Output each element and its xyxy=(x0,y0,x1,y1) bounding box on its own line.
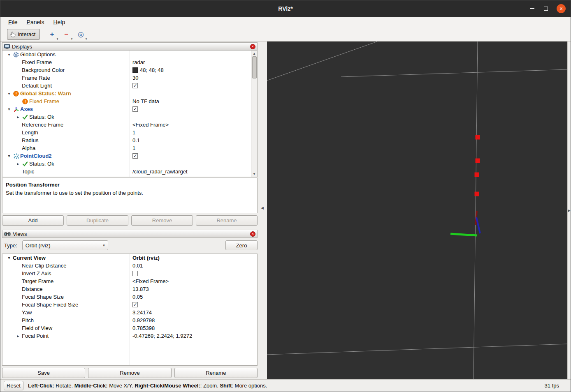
property-value-cell[interactable]: 1 xyxy=(130,145,257,151)
displays-row-fixed-frame[interactable]: Fixed FrameNo TF data xyxy=(2,97,257,105)
property-value-cell[interactable]: <Fixed Frame> xyxy=(130,122,257,128)
displays-row-axes[interactable]: ▾Axes✓ xyxy=(2,105,257,113)
add-tool-button[interactable]: +▾ xyxy=(46,29,57,40)
displays-row-frame-rate[interactable]: Frame Rate30 xyxy=(2,74,257,82)
displays-row-status-ok[interactable]: ▸Status: Ok xyxy=(2,113,257,121)
displays-scrollbar[interactable]: ▲ ▼ xyxy=(251,51,257,177)
displays-add-button[interactable]: Add xyxy=(2,215,64,226)
property-value-cell[interactable]: /cloud_radar_rawtarget xyxy=(130,168,257,175)
property-value-cell[interactable]: radar xyxy=(130,59,257,65)
displays-row-pointcloud2[interactable]: ▾PointCloud2✓ xyxy=(2,152,257,160)
focus-camera-tool-button[interactable]: ◎▾ xyxy=(75,29,86,40)
collapse-arrow-icon[interactable]: ▾ xyxy=(6,107,12,111)
minimize-button[interactable] xyxy=(529,5,535,12)
checkbox-checked[interactable]: ✓ xyxy=(132,83,138,88)
property-value-text: 0.1 xyxy=(132,137,140,143)
displays-row-reference-frame[interactable]: Reference Frame<Fixed Frame> xyxy=(2,121,257,129)
zero-button[interactable]: Zero xyxy=(225,240,258,250)
hand-icon xyxy=(10,31,16,37)
view-type-combobox[interactable]: Orbit (rviz) ▾ xyxy=(22,240,108,250)
scroll-up-icon[interactable]: ▲ xyxy=(251,51,258,56)
expand-arrow-icon[interactable]: ▸ xyxy=(15,161,21,166)
displays-row-length[interactable]: Length1 xyxy=(2,129,257,136)
collapse-arrow-icon[interactable]: ▾ xyxy=(6,91,12,96)
property-name-cell: ▸Focal Point xyxy=(2,333,130,339)
displays-row-global-options[interactable]: ▾Global Options xyxy=(2,51,257,58)
property-value-cell[interactable]: <Fixed Frame> xyxy=(130,278,257,284)
property-value-cell[interactable]: 30 xyxy=(130,75,257,81)
views-close-button[interactable]: × xyxy=(250,231,255,237)
scrollbar-thumb[interactable] xyxy=(252,56,257,78)
displays-row-background-color[interactable]: Background Color48; 48; 48 xyxy=(2,66,257,74)
splitter-collapse-left-icon[interactable]: ◀ xyxy=(261,206,264,210)
views-remove-button[interactable]: Remove xyxy=(88,368,171,378)
displays-row-topic[interactable]: Topic/cloud_radar_rawtarget xyxy=(2,168,257,175)
displays-row-radius[interactable]: Radius0.1 xyxy=(2,136,257,144)
right-splitter-strip[interactable]: ▶ xyxy=(567,42,571,379)
displays-row-fixed-frame[interactable]: Fixed Frameradar xyxy=(2,58,257,66)
displays-row-global-status-warn[interactable]: ▾Global Status: Warn xyxy=(2,90,257,97)
displays-row-default-light[interactable]: Default Light✓ xyxy=(2,82,257,90)
property-value-cell[interactable]: 0.05 xyxy=(130,294,257,300)
views-row-invert-z-axis[interactable]: Invert Z Axis xyxy=(2,270,257,277)
views-row-near-clip-distance[interactable]: Near Clip Distance0.01 xyxy=(2,262,257,270)
views-row-focal-shape-size[interactable]: Focal Shape Size0.05 xyxy=(2,293,257,301)
property-value-cell[interactable]: ✓ xyxy=(130,106,257,112)
collapse-arrow-icon[interactable]: ▾ xyxy=(6,154,12,158)
expand-arrow-icon[interactable]: ▸ xyxy=(15,115,21,119)
collapse-arrow-icon[interactable]: ▾ xyxy=(6,256,12,260)
scroll-down-icon[interactable]: ▼ xyxy=(251,171,258,177)
window-close-button[interactable]: × xyxy=(557,4,566,13)
views-row-focal-point[interactable]: ▸Focal Point-0.47269; 2.2424; 1.9272 xyxy=(2,332,257,340)
property-name-cell: ▾Global Status: Warn xyxy=(2,90,130,97)
3d-viewport[interactable] xyxy=(267,42,567,379)
checkbox-checked[interactable]: ✓ xyxy=(132,302,138,307)
property-value-cell[interactable]: -0.47269; 2.2424; 1.9272 xyxy=(130,333,257,339)
property-value-cell[interactable]: 0.01 xyxy=(130,263,257,269)
views-row-focal-shape-fixed-size[interactable]: Focal Shape Fixed Size✓ xyxy=(2,301,257,309)
views-row-pitch[interactable]: Pitch0.929798 xyxy=(2,316,257,324)
views-panel-header[interactable]: Views × xyxy=(2,230,258,238)
displays-row-status-ok[interactable]: ▸Status: Ok xyxy=(2,160,257,168)
pointcloud-point-marker xyxy=(476,159,480,163)
property-value-cell[interactable]: ✓ xyxy=(130,83,257,88)
views-row-field-of-view[interactable]: Field of View0.785398 xyxy=(2,324,257,332)
property-name-cell: ▸Status: Ok xyxy=(2,161,130,167)
views-row-distance[interactable]: Distance13.873 xyxy=(2,285,257,293)
property-value-cell[interactable]: No TF data xyxy=(130,98,257,104)
displays-panel-header[interactable]: Displays × xyxy=(2,42,258,51)
displays-row-alpha[interactable]: Alpha1 xyxy=(2,144,257,152)
views-row-target-frame[interactable]: Target Frame<Fixed Frame> xyxy=(2,277,257,285)
interact-tool-button[interactable]: Interact xyxy=(7,29,40,40)
expand-arrow-icon[interactable]: ▸ xyxy=(15,334,21,338)
collapse-arrow-icon[interactable]: ▾ xyxy=(6,52,12,57)
title-bar[interactable]: RViz* × xyxy=(0,0,571,17)
property-value-cell[interactable]: 48; 48; 48 xyxy=(130,67,257,73)
displays-close-button[interactable]: × xyxy=(250,44,255,49)
reset-button[interactable]: Reset xyxy=(4,381,23,390)
property-value-cell[interactable]: ✓ xyxy=(130,302,257,307)
menu-item-help[interactable]: Help xyxy=(49,18,70,27)
property-value-cell[interactable]: 0.1 xyxy=(130,137,257,143)
property-value-cell[interactable]: 1 xyxy=(130,129,257,136)
checkbox-checked[interactable]: ✓ xyxy=(132,153,138,159)
property-name-cell: Length xyxy=(2,129,130,136)
remove-tool-button[interactable]: −▾ xyxy=(61,29,72,40)
maximize-button[interactable] xyxy=(543,5,549,12)
checkbox-unchecked[interactable] xyxy=(132,271,138,276)
views-row-current-view[interactable]: ▾Current ViewOrbit (rviz) xyxy=(2,254,257,262)
menu-item-panels[interactable]: Panels xyxy=(22,18,49,27)
views-save-button[interactable]: Save xyxy=(2,368,85,378)
property-value-cell[interactable]: Orbit (rviz) xyxy=(130,255,257,261)
views-rename-button[interactable]: Rename xyxy=(174,368,258,378)
views-row-yaw[interactable]: Yaw3.24174 xyxy=(2,309,257,316)
property-value-cell[interactable]: 3.24174 xyxy=(130,309,257,316)
property-value-cell[interactable]: ✓ xyxy=(130,153,257,159)
checkbox-checked[interactable]: ✓ xyxy=(132,106,138,112)
property-value-cell[interactable]: 13.873 xyxy=(130,286,257,292)
property-name-cell: Yaw xyxy=(2,309,130,316)
menu-item-file[interactable]: File xyxy=(4,18,22,27)
property-value-cell[interactable]: 0.929798 xyxy=(130,317,257,323)
property-value-cell[interactable] xyxy=(130,271,257,276)
property-value-cell[interactable]: 0.785398 xyxy=(130,325,257,331)
